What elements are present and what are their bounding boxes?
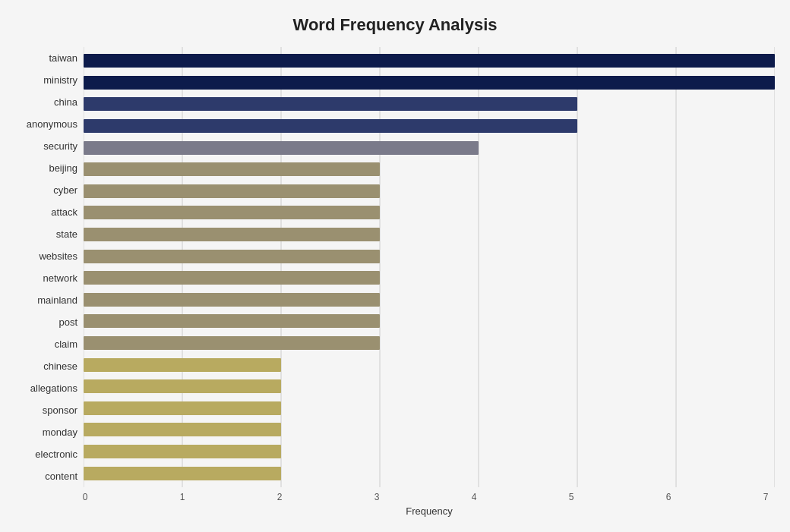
x-tick-label: 6	[661, 492, 676, 502]
bar	[84, 445, 281, 458]
bars-wrapper	[84, 47, 775, 487]
bar	[84, 54, 775, 68]
bar-row	[84, 183, 775, 200]
x-ticks: 01234567	[84, 492, 775, 502]
bar-row	[84, 248, 775, 265]
y-axis-label: monday	[43, 427, 77, 437]
bar	[84, 336, 380, 350]
x-axis-container: 01234567	[84, 487, 775, 502]
chart-container: Word Frequency Analysis taiwanministrych…	[0, 0, 790, 532]
bar	[84, 293, 380, 307]
bar-row	[84, 443, 775, 460]
y-axis-label: websites	[39, 251, 77, 261]
bar-row	[84, 357, 775, 373]
bar-row	[84, 421, 775, 438]
bar	[84, 467, 281, 480]
chart-area: taiwanministrychinaanonymoussecuritybeij…	[15, 47, 775, 487]
y-axis-label: taiwan	[49, 53, 77, 63]
bar	[84, 141, 479, 155]
bar-row	[84, 378, 775, 395]
y-axis-label: beijing	[49, 163, 77, 173]
y-axis-label: state	[56, 229, 77, 239]
plot-area	[84, 47, 775, 487]
bar	[84, 184, 380, 198]
x-tick-label: 3	[369, 492, 384, 502]
bar-row	[84, 335, 775, 351]
y-axis-label: post	[58, 317, 77, 327]
bar	[84, 228, 380, 241]
x-tick-label: 1	[175, 492, 190, 502]
bar	[84, 423, 281, 436]
bar	[84, 119, 577, 133]
bar	[84, 206, 380, 219]
bar	[84, 250, 380, 263]
y-axis-label: content	[45, 471, 77, 481]
bar-row	[84, 226, 775, 243]
bar-row	[84, 465, 775, 482]
bar-row	[84, 204, 775, 221]
y-axis-label: cyber	[53, 185, 77, 195]
x-axis-label: Frequency	[84, 505, 775, 517]
y-axis-label: sponsor	[43, 405, 77, 415]
bar-row	[84, 140, 775, 156]
x-tick-label: 5	[564, 492, 579, 502]
bar	[84, 379, 281, 393]
bar-row	[84, 269, 775, 286]
chart-title: Word Frequency Analysis	[15, 15, 775, 35]
bar	[84, 76, 775, 90]
x-tick-label: 2	[272, 492, 287, 502]
bar-row	[84, 291, 775, 308]
bar-row	[84, 52, 775, 69]
bar	[84, 97, 577, 111]
y-axis-label: allegations	[30, 383, 77, 393]
y-axis-label: ministry	[43, 75, 77, 85]
bar-row	[84, 400, 775, 417]
bar-row	[84, 118, 775, 134]
y-axis-label: mainland	[37, 295, 77, 305]
bar-row	[84, 313, 775, 329]
x-tick-label: 7	[758, 492, 773, 502]
bar-row	[84, 161, 775, 178]
y-axis-label: electronic	[35, 449, 77, 459]
bar-row	[84, 74, 775, 91]
y-axis-label: attack	[51, 207, 77, 217]
bar	[84, 401, 281, 415]
bar	[84, 358, 281, 372]
bar-row	[84, 96, 775, 112]
y-axis-label: anonymous	[27, 119, 77, 129]
x-tick-label: 0	[77, 492, 93, 502]
y-axis-label: claim	[55, 339, 77, 349]
x-tick-label: 4	[466, 492, 482, 502]
bar	[84, 271, 380, 285]
bar	[84, 314, 380, 328]
bar	[84, 162, 380, 176]
y-axis-label: network	[43, 273, 77, 283]
y-axis-label: chinese	[43, 361, 77, 371]
y-axis-label: security	[43, 141, 77, 151]
y-axis: taiwanministrychinaanonymoussecuritybeij…	[15, 47, 84, 487]
y-axis-label: china	[54, 97, 77, 107]
